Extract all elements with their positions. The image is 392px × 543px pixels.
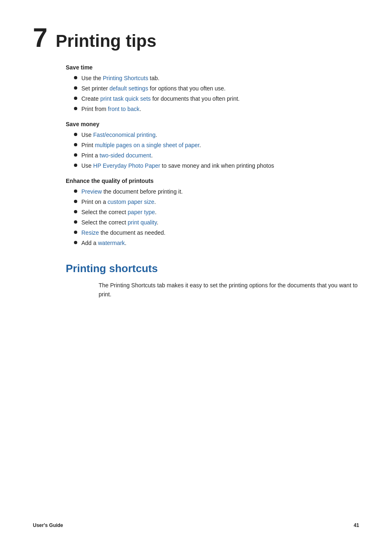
bullet-dot: [74, 210, 77, 213]
list-item: Print a two-sided document.: [74, 151, 359, 160]
content-area: Save time Use the Printing Shortcuts tab…: [66, 64, 359, 299]
watermark-link[interactable]: watermark: [98, 240, 125, 246]
bullet-dot: [74, 241, 77, 244]
printing-shortcuts-link[interactable]: Printing Shortcuts: [103, 75, 148, 81]
multiple-pages-link[interactable]: multiple pages on a single sheet of pape…: [95, 142, 200, 148]
bullet-dot: [74, 97, 77, 100]
bullet-dot: [74, 86, 77, 90]
list-item: Set printer default settings for options…: [74, 84, 359, 93]
enhance-quality-list: Preview the document before printing it.…: [74, 187, 359, 247]
printing-shortcuts-body: The Printing Shortcuts tab makes it easy…: [99, 281, 359, 299]
bullet-dot: [74, 220, 77, 224]
list-item-text: Preview the document before printing it.: [81, 187, 183, 196]
save-time-list: Use the Printing Shortcuts tab. Set prin…: [74, 74, 359, 113]
list-item-text: Select the correct print quality.: [81, 218, 158, 227]
bullet-dot: [74, 231, 77, 234]
list-item: Print on a custom paper size.: [74, 198, 359, 206]
bullet-dot: [74, 107, 77, 110]
footer-left: User's Guide: [33, 522, 63, 528]
list-item-text: Add a watermark.: [81, 239, 127, 247]
list-item: Select the correct paper type.: [74, 208, 359, 217]
save-time-heading: Save time: [66, 64, 359, 71]
list-item: Print multiple pages on a single sheet o…: [74, 141, 359, 150]
bullet-dot: [74, 76, 77, 79]
custom-paper-size-link[interactable]: custom paper size: [108, 199, 154, 205]
bullet-dot: [74, 153, 77, 157]
list-item: Use Fast/economical printing.: [74, 131, 359, 139]
page: 7 Printing tips Save time Use the Printi…: [0, 0, 392, 543]
resize-link[interactable]: Resize: [81, 229, 99, 236]
bullet-dot: [74, 189, 77, 193]
save-money-section: Save money Use Fast/economical printing.…: [66, 121, 359, 170]
hp-photo-paper-link[interactable]: HP Everyday Photo Paper: [93, 162, 160, 169]
list-item: Preview the document before printing it.: [74, 187, 359, 196]
list-item-text: Use HP Everyday Photo Paper to save mone…: [81, 162, 274, 170]
list-item-text: Print multiple pages on a single sheet o…: [81, 141, 201, 150]
footer-right: 41: [354, 522, 359, 528]
list-item-text: Create print task quick sets for documen…: [81, 95, 240, 103]
enhance-quality-section: Enhance the quality of printouts Preview…: [66, 178, 359, 247]
list-item: Use HP Everyday Photo Paper to save mone…: [74, 162, 359, 170]
footer: User's Guide 41: [33, 522, 359, 528]
save-time-section: Save time Use the Printing Shortcuts tab…: [66, 64, 359, 113]
list-item-text: Resize the document as needed.: [81, 229, 166, 237]
print-quality-link[interactable]: print quality: [128, 219, 157, 226]
fast-economical-link[interactable]: Fast/economical printing: [93, 132, 156, 138]
list-item-text: Print a two-sided document.: [81, 151, 153, 160]
printing-shortcuts-section: Printing shortcuts The Printing Shortcut…: [66, 262, 359, 299]
list-item: Print from front to back.: [74, 105, 359, 113]
list-item-text: Use the Printing Shortcuts tab.: [81, 74, 159, 83]
default-settings-link[interactable]: default settings: [109, 85, 148, 92]
chapter-header: 7 Printing tips: [33, 25, 359, 51]
list-item: Create print task quick sets for documen…: [74, 95, 359, 103]
chapter-number: 7: [33, 25, 48, 51]
list-item: Resize the document as needed.: [74, 229, 359, 237]
list-item: Use the Printing Shortcuts tab.: [74, 74, 359, 83]
list-item-text: Use Fast/economical printing.: [81, 131, 157, 139]
list-item-text: Set printer default settings for options…: [81, 84, 226, 93]
two-sided-link[interactable]: two-sided document: [99, 152, 151, 159]
save-money-list: Use Fast/economical printing. Print mult…: [74, 131, 359, 170]
bullet-dot: [74, 200, 77, 203]
list-item-text: Select the correct paper type.: [81, 208, 157, 217]
list-item: Select the correct print quality.: [74, 218, 359, 227]
enhance-quality-heading: Enhance the quality of printouts: [66, 178, 359, 184]
bullet-dot: [74, 164, 77, 167]
bullet-dot: [74, 143, 77, 146]
save-money-heading: Save money: [66, 121, 359, 127]
paper-type-link[interactable]: paper type: [128, 209, 155, 215]
list-item-text: Print from front to back.: [81, 105, 141, 113]
front-to-back-link[interactable]: front to back: [108, 106, 140, 112]
bullet-dot: [74, 133, 77, 136]
preview-link[interactable]: Preview: [81, 188, 102, 195]
list-item-text: Print on a custom paper size.: [81, 198, 156, 206]
list-item: Add a watermark.: [74, 239, 359, 247]
printing-shortcuts-title: Printing shortcuts: [66, 262, 359, 275]
chapter-title: Printing tips: [56, 32, 157, 50]
print-task-quick-sets-link[interactable]: print task quick sets: [100, 95, 151, 102]
